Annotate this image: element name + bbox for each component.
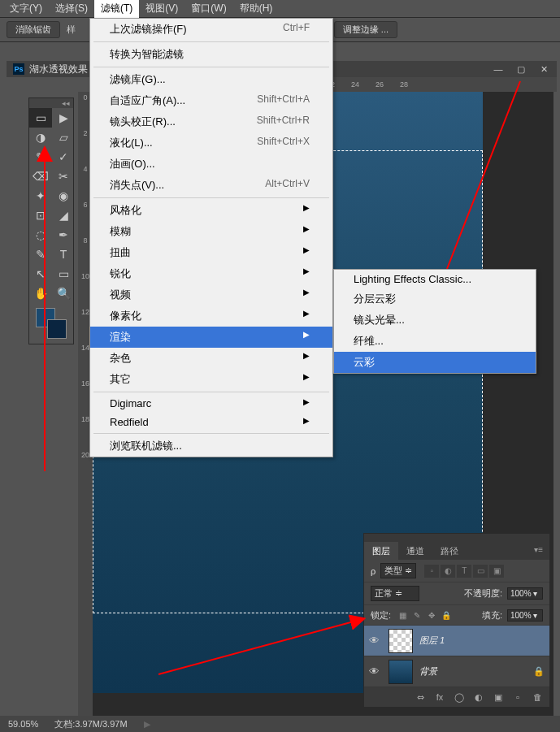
menu-distort[interactable]: 扭曲▶ xyxy=(90,242,332,263)
menu-pixelate[interactable]: 像素化▶ xyxy=(90,305,332,327)
move-tool[interactable]: ▶ xyxy=(52,108,75,128)
lock-transparent-icon[interactable]: ▦ xyxy=(396,609,409,622)
menu-convert-smart[interactable]: 转换为智能滤镜 xyxy=(90,44,332,65)
antialias-button[interactable]: 消除锯齿 xyxy=(7,21,60,38)
menu-help[interactable]: 帮助(H) xyxy=(233,0,280,18)
blur-tool[interactable]: ◌ xyxy=(29,225,52,245)
menu-browse-online[interactable]: 浏览联机滤镜... xyxy=(90,435,332,457)
layer-name[interactable]: 图层 1 xyxy=(419,635,445,647)
menu-vanishing-point[interactable]: 消失点(V)...Alt+Ctrl+V xyxy=(90,175,332,196)
menu-redfield[interactable]: Redfield▶ xyxy=(90,413,332,431)
menu-adaptive-wide[interactable]: 自适应广角(A)...Shift+Ctrl+A xyxy=(90,90,332,111)
new-layer-icon[interactable]: ▫ xyxy=(510,691,525,704)
menu-view[interactable]: 视图(V) xyxy=(139,0,184,18)
fx-icon[interactable]: fx xyxy=(432,691,447,704)
marquee-tool[interactable]: ▭ xyxy=(29,108,52,128)
style-label: 样 xyxy=(67,24,76,36)
trash-icon[interactable]: 🗑 xyxy=(530,691,545,704)
submenu-clouds[interactable]: 云彩 xyxy=(334,352,536,373)
tab-layers[interactable]: 图层 xyxy=(364,542,398,560)
visibility-icon[interactable]: 👁 xyxy=(369,635,382,647)
kind-filter[interactable]: 类型 ≑ xyxy=(380,563,416,578)
visibility-icon[interactable]: 👁 xyxy=(369,665,382,678)
gradient-tool[interactable]: ◢ xyxy=(52,206,75,225)
submenu-lens-flare[interactable]: 镜头光晕... xyxy=(334,310,536,331)
menu-digimarc[interactable]: Digimarc▶ xyxy=(90,394,332,413)
path-select-tool[interactable]: ↖ xyxy=(29,264,52,284)
eyedropper-tool[interactable]: ✓ xyxy=(52,147,75,167)
menu-lens-correction[interactable]: 镜头校正(R)...Shift+Ctrl+R xyxy=(90,111,332,132)
menu-filter[interactable]: 滤镜(T) xyxy=(94,0,139,18)
layer-item[interactable]: 👁 背景 🔒 xyxy=(364,656,549,687)
zoom-level[interactable]: 59.05% xyxy=(8,719,38,729)
quickselect-tool[interactable]: ▱ xyxy=(52,128,75,147)
menu-noise[interactable]: 杂色▶ xyxy=(90,348,332,369)
menu-select[interactable]: 选择(S) xyxy=(49,0,94,18)
layer-item[interactable]: 👁 图层 1 xyxy=(364,626,549,656)
zoom-tool[interactable]: 🔍 xyxy=(52,284,75,303)
menu-liquify[interactable]: 液化(L)...Shift+Ctrl+X xyxy=(90,132,332,154)
adjust-edge-button[interactable]: 调整边缘 ... xyxy=(334,21,397,38)
lock-indicator-icon: 🔒 xyxy=(533,666,545,677)
render-submenu: Lighting Effects Classic... 分层云彩 镜头光晕...… xyxy=(333,269,536,374)
maximize-icon[interactable]: ▢ xyxy=(514,64,527,74)
filter-shape-icon[interactable]: ▭ xyxy=(473,565,488,578)
color-swatches xyxy=(29,303,73,344)
submenu-lighting-classic[interactable]: Lighting Effects Classic... xyxy=(334,270,536,288)
layer-name[interactable]: 背景 xyxy=(419,665,437,678)
hand-tool[interactable]: ✋ xyxy=(29,284,52,303)
shape-tool[interactable]: ▭ xyxy=(52,264,75,284)
fill-label: 填充: xyxy=(482,609,502,622)
eraser-tool[interactable]: ⊡ xyxy=(29,206,52,225)
menu-other[interactable]: 其它▶ xyxy=(90,369,332,390)
filter-pixel-icon[interactable]: ▫ xyxy=(424,565,439,578)
dodge-tool[interactable]: ✒ xyxy=(52,225,75,245)
link-icon[interactable]: ⇔ xyxy=(413,691,428,704)
menu-video[interactable]: 视频▶ xyxy=(90,284,332,305)
brush-tool[interactable]: ✂ xyxy=(52,167,75,186)
ps-icon: Ps xyxy=(13,63,24,75)
history-brush-tool[interactable]: ◉ xyxy=(52,186,75,206)
type-tool[interactable]: T xyxy=(52,245,75,264)
mask-icon[interactable]: ◯ xyxy=(452,691,467,704)
menu-filter-gallery[interactable]: 滤镜库(G)... xyxy=(90,69,332,90)
lasso-tool[interactable]: ◑ xyxy=(29,128,52,147)
opacity-label: 不透明度: xyxy=(464,587,502,600)
background-color[interactable] xyxy=(47,319,67,339)
tab-paths[interactable]: 路径 xyxy=(432,542,467,560)
doc-info[interactable]: 文档:3.97M/3.97M xyxy=(54,718,127,730)
layer-thumb[interactable] xyxy=(389,629,413,653)
menu-stylize[interactable]: 风格化▶ xyxy=(90,200,332,221)
menu-blur[interactable]: 模糊▶ xyxy=(90,221,332,242)
layer-thumb[interactable] xyxy=(389,660,413,684)
opacity-field[interactable]: 100% ▾ xyxy=(507,587,543,600)
menu-text[interactable]: 文字(Y) xyxy=(3,0,49,18)
filter-smart-icon[interactable]: ▣ xyxy=(489,565,504,578)
menu-window[interactable]: 窗口(W) xyxy=(184,0,232,18)
menu-sharpen[interactable]: 锐化▶ xyxy=(90,263,332,284)
close-icon[interactable]: ✕ xyxy=(537,64,550,74)
minimize-icon[interactable]: — xyxy=(492,64,505,74)
heal-tool[interactable]: ⌫ xyxy=(29,167,52,186)
panel-menu-icon[interactable]: ▾≡ xyxy=(527,542,549,560)
toolbox-header[interactable]: ◂◂ xyxy=(29,98,73,108)
filter-adjust-icon[interactable]: ◐ xyxy=(441,565,455,578)
menu-render[interactable]: 渲染▶ xyxy=(90,327,332,348)
menu-last-filter[interactable]: 上次滤镜操作(F)Ctrl+F xyxy=(90,19,332,40)
crop-tool[interactable]: ✎ xyxy=(29,147,52,167)
clone-tool[interactable]: ✦ xyxy=(29,186,52,206)
lock-position-icon[interactable]: ✥ xyxy=(425,609,438,622)
lock-paint-icon[interactable]: ✎ xyxy=(410,609,423,622)
tab-channels[interactable]: 通道 xyxy=(398,542,432,560)
submenu-difference-clouds[interactable]: 分层云彩 xyxy=(334,288,536,310)
group-icon[interactable]: ▣ xyxy=(491,691,506,704)
filter-type-icon[interactable]: T xyxy=(457,565,471,578)
panel-grip[interactable] xyxy=(364,534,549,542)
menu-oil-paint[interactable]: 油画(O)... xyxy=(90,154,332,175)
lock-all-icon[interactable]: 🔒 xyxy=(440,609,453,622)
blend-mode-select[interactable]: 正常 ≑ xyxy=(371,586,419,601)
submenu-fibers[interactable]: 纤维... xyxy=(334,331,536,352)
pen-tool[interactable]: ✎ xyxy=(29,245,52,264)
fill-field[interactable]: 100% ▾ xyxy=(507,609,543,622)
adjustment-icon[interactable]: ◐ xyxy=(471,691,486,704)
